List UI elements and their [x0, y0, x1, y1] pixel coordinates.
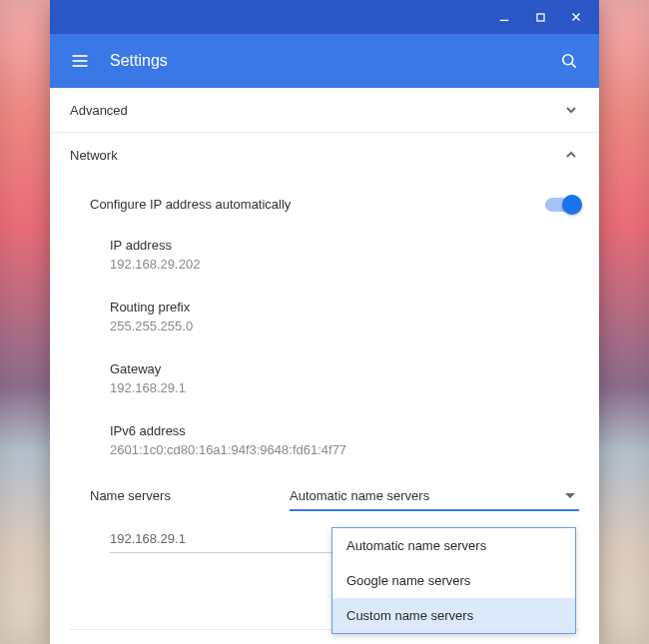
section-advanced-label: Advanced [70, 103, 128, 118]
app-bar: Settings [50, 34, 599, 88]
field-ipv6-value: 2601:1c0:cd80:16a1:94f3:9648:fd61:4f77 [110, 442, 579, 457]
name-servers-label: Name servers [90, 488, 290, 503]
settings-window: Settings Advanced Network Configure IP a… [50, 0, 599, 644]
auto-ip-row: Configure IP address automatically [50, 191, 599, 218]
name-servers-row: Name servers Automatic name servers [50, 473, 599, 517]
section-network-label: Network [70, 148, 118, 163]
field-prefix-value: 255.255.255.0 [110, 319, 579, 333]
dropdown-option[interactable]: Automatic name servers [332, 528, 575, 563]
dropdown-option[interactable]: Custom name servers [332, 598, 575, 633]
close-button[interactable] [559, 0, 593, 34]
svg-point-7 [563, 55, 573, 65]
field-ip: IP address 192.168.29.202 [50, 228, 599, 282]
section-advanced[interactable]: Advanced [50, 88, 599, 133]
toggle-knob [562, 195, 582, 215]
svg-line-8 [572, 64, 576, 68]
field-gateway-value: 192.168.29.1 [110, 380, 579, 395]
dropdown-triangle-icon [565, 493, 575, 498]
name-servers-selected: Automatic name servers [290, 488, 565, 503]
auto-ip-label: Configure IP address automatically [90, 197, 545, 212]
auto-ip-toggle[interactable] [545, 198, 579, 212]
maximize-button[interactable] [523, 0, 557, 34]
field-ip-value: 192.168.29.202 [110, 257, 579, 272]
field-gateway: Gateway 192.168.29.1 [50, 351, 599, 405]
field-gateway-label: Gateway [110, 361, 579, 376]
chevron-down-icon [563, 102, 579, 118]
section-network[interactable]: Network [50, 133, 599, 177]
svg-rect-1 [536, 13, 543, 20]
name-servers-dropdown: Automatic name servers Google name serve… [331, 527, 576, 634]
settings-content: Advanced Network Configure IP address au… [50, 88, 599, 644]
search-icon[interactable] [557, 49, 581, 73]
field-ipv6: IPv6 address 2601:1c0:cd80:16a1:94f3:964… [50, 413, 599, 467]
chevron-up-icon [563, 147, 579, 163]
minimize-button[interactable] [487, 0, 521, 34]
field-prefix-label: Routing prefix [110, 300, 579, 315]
field-prefix: Routing prefix 255.255.255.0 [50, 290, 599, 343]
menu-icon[interactable] [68, 49, 92, 73]
dropdown-option[interactable]: Google name servers [332, 563, 575, 598]
page-title: Settings [110, 52, 168, 70]
field-ip-label: IP address [110, 238, 579, 253]
name-server-address[interactable]: 192.168.29.1 [110, 525, 344, 553]
name-servers-select[interactable]: Automatic name servers [290, 481, 579, 509]
field-ipv6-label: IPv6 address [110, 423, 579, 438]
window-titlebar [50, 0, 599, 34]
